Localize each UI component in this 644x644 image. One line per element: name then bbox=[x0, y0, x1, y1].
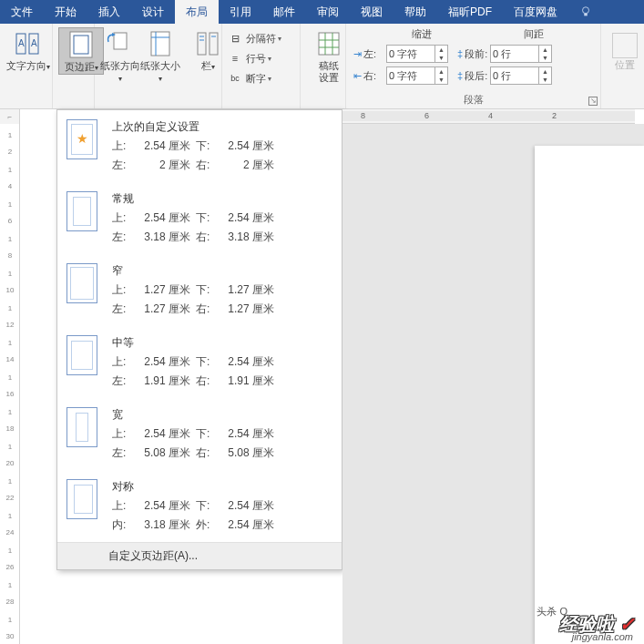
tab-1[interactable]: 开始 bbox=[44, 0, 87, 24]
indent-right-icon: ⇤ bbox=[353, 70, 362, 82]
preset-thumb-icon bbox=[66, 407, 97, 447]
horizontal-ruler: 8642 bbox=[342, 109, 635, 124]
tab-5[interactable]: 引用 bbox=[219, 0, 262, 24]
line-numbers-button[interactable]: ≡行号▾ bbox=[228, 49, 294, 67]
tab-10[interactable]: 福昕PDF bbox=[437, 0, 503, 24]
tab-2[interactable]: 插入 bbox=[87, 0, 131, 24]
preset-thumb-icon bbox=[66, 479, 97, 519]
indent-right-input[interactable]: 0 字符▲▼ bbox=[386, 66, 448, 85]
svg-rect-10 bbox=[151, 32, 169, 56]
indent-left-label: 左: bbox=[363, 47, 376, 61]
hyphenation-label: 断字 bbox=[246, 72, 266, 86]
margin-preset-2[interactable]: 窄上:1.27 厘米下:1.27 厘米左:1.27 厘米右:1.27 厘米 bbox=[57, 254, 342, 326]
tab-4[interactable]: 布局 bbox=[175, 0, 219, 24]
preset-title: 常规 bbox=[112, 191, 329, 207]
ruler-corner: ⌐ bbox=[0, 109, 20, 124]
space-after-value: 0 行 bbox=[493, 69, 511, 83]
margin-preset-3[interactable]: 中等上:2.54 厘米下:2.54 厘米左:1.91 厘米右:1.91 厘米 bbox=[57, 326, 342, 398]
tell-me-button[interactable] bbox=[568, 0, 603, 24]
space-before-input[interactable]: 0 行▲▼ bbox=[490, 45, 552, 63]
size-icon bbox=[146, 29, 175, 58]
tab-3[interactable]: 设计 bbox=[131, 0, 175, 24]
custom-margins-item[interactable]: 自定义页边距(A)... bbox=[57, 542, 342, 569]
size-label: 纸张大小 bbox=[140, 60, 180, 71]
line-numbers-label: 行号 bbox=[246, 52, 266, 66]
columns-icon bbox=[193, 29, 222, 58]
page-edge bbox=[535, 146, 644, 644]
preset-title: 中等 bbox=[112, 335, 329, 351]
manuscript-button[interactable]: 稿纸 设置 bbox=[306, 27, 352, 84]
margin-preset-1[interactable]: 常规上:2.54 厘米下:2.54 厘米左:3.18 厘米右:3.18 厘米 bbox=[57, 182, 342, 254]
margin-preset-0[interactable]: ★上次的自定义设置上:2.54 厘米下:2.54 厘米左:2 厘米右:2 厘米 bbox=[57, 110, 342, 182]
paragraph-group-label: 段落 bbox=[346, 93, 600, 107]
preset-title: 上次的自定义设置 bbox=[112, 119, 329, 135]
vertical-ruler: 1214161811011211411611812012212412612813… bbox=[0, 124, 20, 644]
position-label: 位置 bbox=[615, 59, 635, 70]
watermark-url: jingyanla.com bbox=[572, 631, 633, 642]
space-after-input[interactable]: 0 行▲▼ bbox=[490, 66, 552, 85]
indent-header: 缩进 bbox=[353, 27, 463, 41]
position-button: 位置 bbox=[607, 27, 643, 72]
tab-8[interactable]: 视图 bbox=[350, 0, 394, 24]
space-before-icon: ‡ bbox=[457, 48, 463, 59]
columns-label: 栏 bbox=[201, 60, 211, 71]
svg-rect-18 bbox=[319, 33, 339, 55]
preset-thumb-icon bbox=[66, 335, 97, 375]
svg-point-0 bbox=[583, 7, 589, 14]
margin-preset-4[interactable]: 宽上:2.54 厘米下:2.54 厘米左:5.08 厘米右:5.08 厘米 bbox=[57, 398, 342, 470]
margins-dropdown: ★上次的自定义设置上:2.54 厘米下:2.54 厘米左:2 厘米右:2 厘米常… bbox=[56, 109, 342, 570]
indent-right-value: 0 字符 bbox=[389, 69, 417, 83]
paragraph-dialog-launcher[interactable]: ↘ bbox=[588, 97, 598, 106]
manuscript-icon bbox=[314, 29, 343, 58]
svg-text:A: A bbox=[18, 38, 25, 48]
preset-thumb-icon bbox=[66, 191, 97, 231]
space-after-label: 段后: bbox=[465, 69, 487, 83]
svg-rect-8 bbox=[114, 33, 127, 49]
text-direction-icon: AA bbox=[14, 29, 43, 58]
margins-label: 页边距 bbox=[65, 61, 95, 72]
space-before-value: 0 行 bbox=[493, 47, 511, 61]
tab-7[interactable]: 审阅 bbox=[306, 0, 350, 24]
position-icon bbox=[612, 33, 638, 58]
hyphenation-icon: bc bbox=[228, 71, 242, 86]
space-before-label: 段前: bbox=[465, 47, 487, 61]
line-numbers-icon: ≡ bbox=[228, 51, 242, 66]
preset-thumb-icon bbox=[66, 263, 97, 303]
indent-left-input[interactable]: 0 字符▲▼ bbox=[386, 45, 448, 63]
breaks-icon: ⊟ bbox=[228, 31, 242, 46]
indent-left-value: 0 字符 bbox=[389, 47, 417, 61]
preset-title: 窄 bbox=[112, 263, 329, 279]
tab-9[interactable]: 帮助 bbox=[394, 0, 437, 24]
margin-preset-5[interactable]: 对称上:2.54 厘米下:2.54 厘米内:3.18 厘米外:2.54 厘米 bbox=[57, 470, 342, 542]
manuscript-label: 稿纸 设置 bbox=[319, 60, 339, 84]
svg-rect-1 bbox=[584, 14, 588, 16]
margins-icon bbox=[66, 30, 96, 59]
orientation-icon bbox=[106, 29, 135, 58]
indent-left-icon: ⇥ bbox=[353, 48, 362, 60]
text-direction-label: 文字方向 bbox=[6, 60, 46, 71]
breaks-button[interactable]: ⊟分隔符▾ bbox=[228, 29, 294, 47]
preset-title: 对称 bbox=[112, 479, 329, 495]
tab-0[interactable]: 文件 bbox=[0, 0, 44, 24]
orientation-label: 纸张方向 bbox=[100, 60, 140, 71]
breaks-label: 分隔符 bbox=[246, 32, 276, 46]
preset-title: 宽 bbox=[112, 407, 329, 423]
svg-text:A: A bbox=[31, 38, 37, 48]
text-direction-button[interactable]: AA 文字方向▾ bbox=[5, 27, 51, 73]
document-background bbox=[342, 124, 644, 644]
ribbon: AA 文字方向▾ 页边距▾ 纸张方向▾ 纸张大小▾ bbox=[0, 24, 644, 109]
tab-11[interactable]: 百度网盘 bbox=[503, 0, 568, 24]
indent-right-label: 右: bbox=[363, 69, 376, 83]
spacing-header: 间距 bbox=[463, 27, 572, 41]
space-after-icon: ‡ bbox=[457, 70, 463, 81]
orientation-button[interactable]: 纸张方向▾ bbox=[100, 27, 140, 85]
hyphenation-button[interactable]: bc断字▾ bbox=[228, 69, 294, 87]
preset-thumb-icon: ★ bbox=[66, 119, 97, 159]
size-button[interactable]: 纸张大小▾ bbox=[140, 27, 180, 85]
columns-button[interactable]: 栏▾ bbox=[191, 27, 224, 73]
ribbon-tabs: 文件开始插入设计布局引用邮件审阅视图帮助福昕PDF百度网盘 bbox=[0, 0, 644, 24]
tab-6[interactable]: 邮件 bbox=[262, 0, 306, 24]
